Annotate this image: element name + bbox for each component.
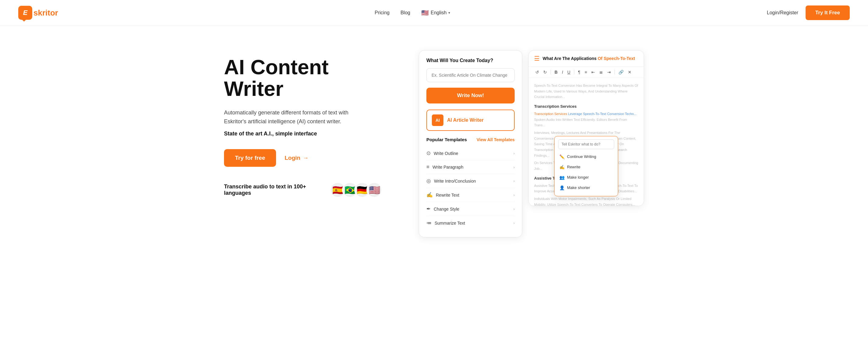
summarize-icon: ≔ xyxy=(426,220,432,226)
hamburger-icon[interactable]: ☰ xyxy=(534,55,539,62)
make-longer-icon: 👥 xyxy=(559,175,564,180)
chevron-icon: › xyxy=(514,193,515,197)
chevron-icon: › xyxy=(514,165,515,170)
continue-writing-icon: ✏️ xyxy=(559,154,564,159)
create-card-title: What Will You Create Today? xyxy=(426,58,515,63)
align-center-icon[interactable]: ≣ xyxy=(598,69,604,75)
ai-dropdown: ✏️ Continue Writing ✍️ Rewrite 👥 Make lo… xyxy=(554,136,618,196)
undo-icon[interactable]: ↺ xyxy=(534,69,540,75)
paragraph-icon: ≡ xyxy=(426,164,429,170)
flag-american: 🇺🇸 xyxy=(366,182,382,198)
template-item-summarize[interactable]: ≔ Summarize Text › xyxy=(426,216,515,230)
template-item-paragraph[interactable]: ≡ Write Paragraph › xyxy=(426,160,515,174)
align-right-icon[interactable]: ⇥ xyxy=(606,69,612,75)
toolbar-divider xyxy=(615,70,615,74)
ai-article-button[interactable]: AI AI Article Writer xyxy=(426,110,515,131)
logo-text: skritor xyxy=(33,8,58,18)
ai-article-label: AI Article Writer xyxy=(447,118,484,123)
title-highlight: Of Speech-To-Text xyxy=(598,56,635,61)
editor-toolbar: ↺ ↻ B I U ¶ ≡ ⇤ ≣ ⇥ 🔗 ✕ xyxy=(529,67,644,78)
language-selector[interactable]: 🇺🇸 English ▾ xyxy=(421,9,450,17)
italic-icon[interactable]: I xyxy=(561,69,564,75)
template-summarize-label: Summarize Text xyxy=(435,221,465,225)
template-item-outline[interactable]: ⊙ Write Outline › xyxy=(426,146,515,160)
template-item-rewrite[interactable]: ✍ Rewrite Text › xyxy=(426,188,515,202)
section1-heading: Transcription Services xyxy=(534,103,638,110)
nav-pricing[interactable]: Pricing xyxy=(375,10,390,16)
template-paragraph-label: Write Paragraph xyxy=(432,165,464,170)
hero-subtitle2: State of the art A.I., simple interface xyxy=(224,130,382,137)
editor-header: ☰ What Are The Applications Of Speech-To… xyxy=(529,51,644,67)
style-icon: ✒ xyxy=(426,206,431,212)
rewrite-icon: ✍ xyxy=(426,192,433,198)
hero-section: AI Content Writer Automatically generate… xyxy=(206,26,662,249)
editor-intro: Speech-To-Text Conversion Has Become Int… xyxy=(534,83,638,100)
template-outline-label: Write Outline xyxy=(434,151,458,156)
language-label: English xyxy=(431,10,446,16)
logo[interactable]: E skritor xyxy=(18,6,58,20)
logo-icon: E xyxy=(18,6,32,20)
try-for-free-button[interactable]: Try for free xyxy=(224,149,276,167)
try-it-free-button[interactable]: Try It Free xyxy=(806,5,850,20)
template-style-label: Change Style xyxy=(434,207,459,212)
chevron-icon: › xyxy=(514,151,515,155)
rewrite-dropdown-icon: ✍️ xyxy=(559,165,564,170)
make-shorter-label: Make shorter xyxy=(567,185,590,190)
ol-icon[interactable]: ¶ xyxy=(577,69,582,75)
align-left-icon[interactable]: ⇤ xyxy=(590,69,596,75)
chevron-down-icon: ▾ xyxy=(448,11,450,15)
arrow-icon: → xyxy=(303,155,309,161)
nav-links: Pricing Blog 🇺🇸 English ▾ xyxy=(375,9,450,17)
dropdown-make-longer[interactable]: 👥 Make longer xyxy=(555,172,618,183)
template-item-style[interactable]: ✒ Change Style › xyxy=(426,202,515,216)
hero-title: AI Content Writer xyxy=(224,56,382,100)
nav-blog[interactable]: Blog xyxy=(401,10,410,16)
editor-title: What Are The Applications Of Speech-To-T… xyxy=(542,56,635,61)
section2-sub: Individuals With Motor Impairments, Such… xyxy=(534,196,638,206)
link-icon[interactable]: 🔗 xyxy=(617,69,625,75)
bold-icon[interactable]: B xyxy=(553,69,559,75)
rewrite-label: Rewrite xyxy=(567,165,580,169)
cta-row: Try for free Login → xyxy=(224,149,382,167)
section1-text: Transcription Services Leverage Speech-T… xyxy=(534,111,638,128)
template-intro-label: Write Intro/Conclusion xyxy=(434,179,476,184)
dropdown-continue-writing[interactable]: ✏️ Continue Writing xyxy=(555,152,618,162)
hero-right: What Will You Create Today? Write Now! A… xyxy=(382,44,644,237)
template-item-intro[interactable]: ◎ Write Intro/Conclusion › xyxy=(426,174,515,188)
dropdown-make-shorter[interactable]: 👤 Make shorter xyxy=(555,183,618,193)
login-link[interactable]: Login → xyxy=(285,155,309,161)
underline-icon[interactable]: U xyxy=(566,69,571,75)
make-shorter-icon: 👤 xyxy=(559,185,564,190)
make-longer-label: Make longer xyxy=(567,175,589,180)
login-label: Login xyxy=(285,155,300,161)
toolbar-divider xyxy=(574,70,574,74)
chevron-icon: › xyxy=(514,179,515,183)
write-now-button[interactable]: Write Now! xyxy=(426,88,515,103)
transcribe-text: Transcribe audio to text in 100+ languag… xyxy=(224,184,322,196)
clear-icon[interactable]: ✕ xyxy=(627,69,633,75)
hero-left: AI Content Writer Automatically generate… xyxy=(224,44,382,198)
ai-icon: AI xyxy=(432,115,443,126)
create-card: What Will You Create Today? Write Now! A… xyxy=(419,50,522,237)
login-register-link[interactable]: Login/Register xyxy=(767,10,798,16)
outline-icon: ⊙ xyxy=(426,150,431,156)
chevron-icon: › xyxy=(514,221,515,225)
template-rewrite-label: Rewrite Text xyxy=(436,193,459,198)
view-all-templates-link[interactable]: View All Templates xyxy=(476,137,515,142)
flag-icon: 🇺🇸 xyxy=(421,9,429,17)
editor-card: ☰ What Are The Applications Of Speech-To… xyxy=(528,50,644,206)
dropdown-rewrite[interactable]: ✍️ Rewrite xyxy=(555,162,618,172)
ul-icon[interactable]: ≡ xyxy=(583,69,588,75)
redo-icon[interactable]: ↻ xyxy=(542,69,548,75)
templates-header: Popular Templates View All Templates xyxy=(426,137,515,142)
dropdown-input[interactable] xyxy=(558,140,614,149)
chevron-icon: › xyxy=(514,207,515,211)
templates-title: Popular Templates xyxy=(426,137,467,142)
toolbar-divider xyxy=(551,70,551,74)
intro-icon: ◎ xyxy=(426,178,431,184)
navigation: E skritor Pricing Blog 🇺🇸 English ▾ Logi… xyxy=(0,0,868,26)
continue-writing-label: Continue Writing xyxy=(567,154,596,159)
hero-subtitle: Automatically generate different formats… xyxy=(224,108,364,126)
topic-input[interactable] xyxy=(426,68,515,82)
nav-right: Login/Register Try It Free xyxy=(767,5,850,20)
